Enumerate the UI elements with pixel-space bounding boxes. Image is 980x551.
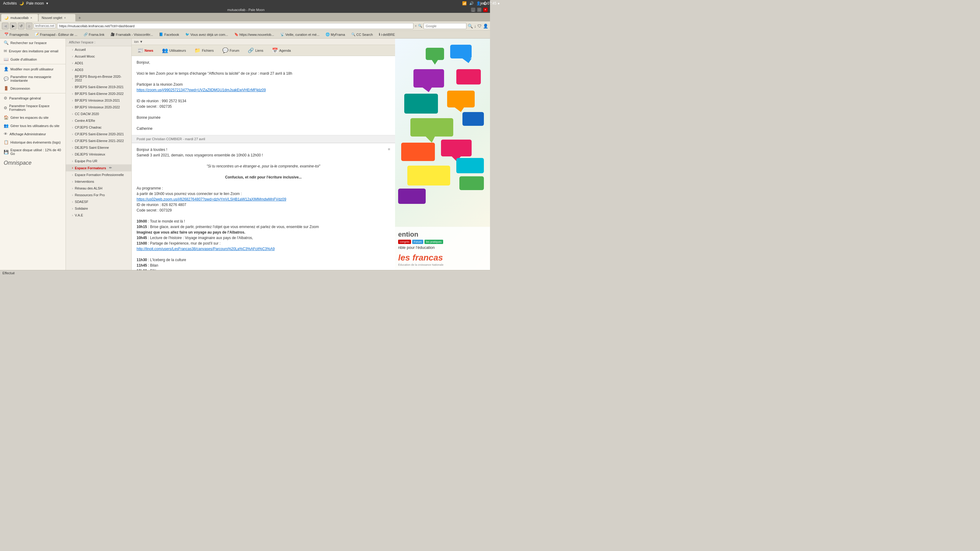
space-item-ad03[interactable]: › AD03: [66, 67, 131, 73]
sidebar-guide[interactable]: 📖 Guide d'utilisation: [0, 55, 65, 64]
toolbar-utilisateurs[interactable]: 👥 Utilisateurs: [159, 46, 188, 54]
bookmark-idalibre[interactable]: ℹi·deliBRE: [376, 32, 397, 37]
space-item-dejeps-ven[interactable]: › DEJEPS Vénissieux: [66, 151, 131, 158]
tab-close-button[interactable]: ×: [30, 16, 32, 20]
space-item-bpjeps-ven2019[interactable]: › BPJEPS Vénissieux 2019-2021: [66, 97, 131, 104]
space-item-accueil-mooc[interactable]: › Accueil Mooc: [66, 53, 131, 60]
bookmark-framapad[interactable]: 📝Framapad - Éditeur de ...: [32, 32, 80, 37]
space-item-reseau-alsh[interactable]: › Réseau des ALSH: [66, 185, 131, 192]
space-item-accueil[interactable]: › Accueil: [66, 46, 131, 53]
edit-icon[interactable]: ✏: [109, 166, 112, 170]
nav-shield-icon[interactable]: 🛡: [477, 24, 482, 29]
bookmark-facebook[interactable]: 📘Facebook: [156, 32, 181, 37]
space-item-cpjeps-se2020[interactable]: › CPJEPS Saint-Etienne 2020-2021: [66, 131, 131, 137]
bookmark-nouvelobs[interactable]: 🔖https://www.nouvelob...: [232, 32, 277, 37]
bookmark-myframa[interactable]: 🌐MyFrama: [323, 32, 347, 37]
forward-button[interactable]: ▶: [10, 23, 16, 29]
nav-user-icon[interactable]: 👤: [483, 24, 488, 29]
sidebar-messagerie[interactable]: 💬 Paramétrer ma messagerie instantanée: [0, 73, 65, 84]
action-row: ion ▼: [132, 38, 395, 45]
app-menu-arrow[interactable]: ▾: [46, 1, 48, 5]
search-icon: 🔍: [4, 40, 9, 45]
post-content-2: Bonjour à toustes ! Samedi 3 avril 2021,…: [137, 147, 390, 270]
badge-row: congrès Forum les pratiques: [398, 240, 487, 244]
minimize-button[interactable]: _: [471, 8, 475, 12]
eye-icon: 👁: [4, 132, 8, 136]
url-clear-icon[interactable]: ×: [415, 24, 417, 28]
les-francas-tagline-small: Éducation de la croissance Nationale: [398, 263, 487, 266]
space-item-cpjeps-se2021[interactable]: › CPJEPS Saint-Etienne 2021-2022: [66, 137, 131, 144]
tab-new-tab[interactable]: Nouvel onglet ×: [38, 14, 75, 21]
toolbar-forum[interactable]: 💬 Forum: [220, 46, 242, 54]
activities-menu[interactable]: Activités: [3, 1, 17, 5]
sidebar-modifier-profil[interactable]: 👤 Modifier mon profil utilisateur: [0, 65, 65, 73]
tab-add-button[interactable]: +: [76, 14, 83, 21]
url-bar[interactable]: [57, 23, 414, 29]
back-button[interactable]: ◀: [2, 23, 9, 29]
space-item-espace-formation[interactable]: › Espace Formation Professionnelle: [66, 171, 131, 178]
maximize-button[interactable]: □: [477, 8, 481, 12]
search-bar[interactable]: [423, 23, 466, 29]
bookmark-veille[interactable]: 📡Veille, curation et mé...: [278, 32, 322, 37]
space-item-solidaire[interactable]: › Solidaire: [66, 205, 131, 212]
space-item-interventions[interactable]: › Interventions: [66, 178, 131, 185]
toolbar-agenda[interactable]: 📅 Agenda: [269, 46, 293, 54]
zoom-link-2[interactable]: https://us02web.zoom.us/j/82682764807?pw…: [137, 197, 286, 202]
space-item-cc-dacm[interactable]: › CC DACM 2020: [66, 111, 131, 117]
space-item-sdaesf[interactable]: › SDAESF: [66, 198, 131, 205]
toolbar-news[interactable]: 📰 News: [135, 46, 156, 54]
refresh-button[interactable]: ↺: [18, 23, 24, 29]
space-item-ad01[interactable]: › AD01: [66, 60, 131, 67]
space-item-vae[interactable]: › V.A.E: [66, 212, 131, 219]
space-item-bpjeps-se2020[interactable]: › BPJEPS Saint-Etienne 2020-2022: [66, 90, 131, 97]
bookmark-framatalk[interactable]: 🎥Framatalk - Visioconfér...: [108, 32, 155, 37]
svg-rect-19: [398, 189, 426, 204]
sidebar-historique-logs[interactable]: 📋 Historique des événements (logs): [0, 138, 65, 146]
svg-marker-1: [463, 59, 472, 63]
zoom-link-1[interactable]: https://zoom.us/j/99025721347?pwd=UVZaZl…: [137, 88, 266, 92]
post-list: Bonjour, Voici le lien Zoom pour le temp…: [132, 56, 395, 270]
bookmark-framalink[interactable]: 🔗Frama.link: [81, 32, 107, 37]
post-menu-icon[interactable]: ≡: [388, 147, 390, 151]
chevron-icon: ›: [72, 126, 73, 129]
tab-label: mutuacollab: [10, 16, 29, 20]
toolbar-fichiers[interactable]: 📁 Fichiers: [192, 46, 216, 54]
sidebar-invitations[interactable]: ✉ Envoyer des invitations par email: [0, 47, 65, 55]
nav-download-icon[interactable]: ↓: [474, 24, 476, 29]
sidebar-affichage-admin[interactable]: 👁 Affichage Administrateur: [0, 130, 65, 138]
chevron-icon: ›: [72, 106, 73, 109]
bookmark-twitter[interactable]: 🐦Vous avez déjà un com...: [183, 32, 231, 37]
svg-rect-18: [460, 176, 484, 190]
links-icon: 🔗: [248, 48, 254, 53]
space-item-bpjeps-se2019[interactable]: › BPJEPS Saint-Etienne 2019-2021: [66, 84, 131, 90]
sidebar-rechercher[interactable]: 🔍 Rechercher sur l'espace: [0, 38, 65, 47]
sidebar-parametrage-general[interactable]: ⚙ Paramétrage général: [0, 94, 65, 102]
space-item-bpjeps-ven2020[interactable]: › BPJEPS Vénissieux 2020-2022: [66, 104, 131, 111]
home-button[interactable]: ⌂: [26, 23, 32, 29]
action-label[interactable]: ion ▼: [134, 40, 143, 43]
sidebar-param-espace[interactable]: ⚙ Paramétrer l'espace Espace Formateurs: [0, 102, 65, 113]
bookmark-ccsearch[interactable]: 🔍CC Search: [349, 32, 375, 37]
sidebar-deconnexion[interactable]: 🚪 Déconnexion: [0, 84, 65, 92]
tab-mutuacollab[interactable]: 🌙 mutuacollab ×: [1, 14, 38, 21]
space-item-equipe-pro[interactable]: › Equipe Pro UR: [66, 158, 131, 164]
app-name[interactable]: Pale moon: [26, 1, 44, 5]
close-button[interactable]: ×: [483, 8, 488, 12]
nav-search-icon[interactable]: 🔍: [468, 24, 473, 29]
space-item-dejeps-se[interactable]: › DEJEPS Saint Etienne: [66, 144, 131, 151]
svg-marker-3: [432, 60, 438, 65]
space-item-cpjeps-chadrac[interactable]: › CPJEPS Chadrac: [66, 124, 131, 131]
space-item-ressources-pro[interactable]: › Ressources For Pro: [66, 192, 131, 198]
bookmark-framagenda[interactable]: 📅Framagenda: [2, 32, 31, 37]
tab-close-new-button[interactable]: ×: [64, 16, 66, 20]
space-item-bpjeps-bourg[interactable]: › BPJEPS Bourg-en-Bresse 2020-2022: [66, 73, 131, 84]
toolbar-liens[interactable]: 🔗 Liens: [245, 46, 266, 54]
space-item-centre-aere[interactable]: › Centre A'ERe: [66, 117, 131, 124]
linoit-link[interactable]: http://linoit.com/users/LesFrancas38/can…: [137, 247, 275, 251]
sidebar-gerer-espaces[interactable]: 🏠 Gérer les espaces du site: [0, 113, 65, 122]
post-item-2: ≡ Bonjour à toustes ! Samedi 3 avril 202…: [132, 143, 395, 270]
window-controls[interactable]: _ □ ×: [471, 8, 488, 12]
space-item-espace-formateurs[interactable]: › Espace Formateurs ✏: [66, 164, 131, 171]
sidebar-gerer-utilisateurs[interactable]: 👥 Gérer tous les utilisateurs du site: [0, 122, 65, 130]
disk-icon: 💾: [4, 150, 9, 154]
